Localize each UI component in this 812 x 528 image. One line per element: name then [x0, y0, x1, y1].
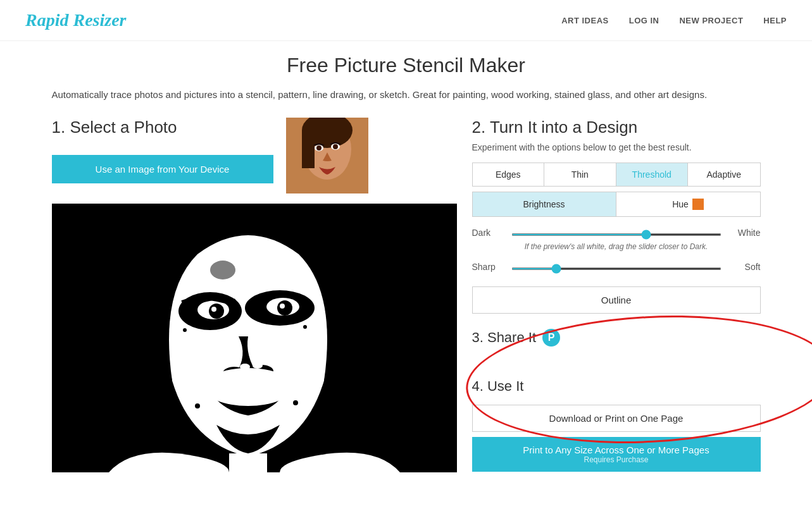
svg-point-7 — [333, 144, 338, 149]
page-description: Automatically trace photos and pictures … — [52, 87, 761, 102]
tab-threshold[interactable]: Threshold — [616, 163, 689, 186]
nav-help[interactable]: HELP — [763, 16, 787, 25]
content-grid: 1. Select a Photo Use an Image from Your… — [52, 118, 761, 472]
step2-title: 2. Turn It into a Design — [472, 118, 761, 137]
svg-point-13 — [211, 307, 216, 312]
step4-title: 4. Use It — [472, 378, 761, 395]
filter-tabs: Edges Thin Threshold Adaptive — [472, 163, 761, 187]
svg-point-24 — [210, 261, 235, 279]
main-content: Free Picture Stencil Maker Automatically… — [27, 41, 786, 485]
brightness-hint: If the preview's all white, drag the sli… — [472, 242, 761, 251]
svg-point-12 — [209, 304, 224, 319]
logo: Rapid Resizer — [25, 10, 126, 30]
svg-point-26 — [183, 328, 187, 332]
header: Rapid Resizer ART IDEAS LOG IN NEW PROJE… — [0, 0, 812, 41]
photo-thumbnail — [286, 118, 368, 193]
sharpness-slider-row: Sharp Soft — [472, 261, 761, 273]
nav-log-in[interactable]: LOG IN — [629, 16, 659, 25]
step3-title-text: 3. Share It — [472, 329, 537, 346]
sharpness-slider-container — [511, 261, 721, 273]
tab-thin[interactable]: Thin — [544, 163, 616, 186]
tab-hue[interactable]: Hue — [616, 192, 760, 216]
svg-point-31 — [253, 362, 263, 369]
pinterest-icon[interactable]: P — [542, 329, 560, 347]
svg-point-27 — [303, 325, 307, 329]
nav: ART IDEAS LOG IN NEW PROJECT HELP — [561, 16, 787, 25]
svg-point-22 — [175, 343, 213, 368]
svg-rect-20 — [229, 453, 267, 472]
download-button[interactable]: Download or Print on One Page — [472, 405, 761, 432]
svg-point-29 — [293, 400, 298, 405]
svg-point-30 — [240, 364, 250, 370]
svg-rect-3 — [302, 130, 315, 168]
tab-adaptive[interactable]: Adaptive — [688, 163, 760, 186]
step2-description: Experiment with the options below to get… — [472, 142, 761, 152]
sharp-label: Sharp — [472, 262, 504, 272]
svg-point-21 — [235, 254, 286, 279]
dark-label: Dark — [472, 228, 504, 238]
photo-section: 1. Select a Photo Use an Image from Your… — [52, 118, 457, 193]
brightness-slider-row: Dark White — [472, 227, 761, 238]
hue-label: Hue — [672, 199, 689, 209]
print-button-sub: Requires Purchase — [482, 455, 751, 464]
page-title: Free Picture Stencil Maker — [52, 54, 761, 77]
svg-point-25 — [204, 368, 292, 406]
upload-button[interactable]: Use an Image from Your Device — [52, 155, 273, 183]
tab-edges[interactable]: Edges — [473, 163, 545, 186]
step3-title: 3. Share It P — [472, 329, 761, 347]
outline-button[interactable]: Outline — [472, 286, 761, 314]
svg-point-28 — [195, 403, 200, 408]
right-column: 2. Turn It into a Design Experiment with… — [472, 118, 761, 472]
print-button-label: Print to Any Size Across One or More Pag… — [523, 445, 709, 455]
svg-point-17 — [280, 304, 285, 309]
steps-lower: 3. Share It P 4. Use It Download or Prin… — [472, 329, 761, 472]
nav-art-ideas[interactable]: ART IDEAS — [561, 16, 609, 25]
nav-new-project[interactable]: NEW PROJECT — [679, 16, 743, 25]
color-tabs: Brightness Hue — [472, 192, 761, 217]
step1-title: 1. Select a Photo — [52, 118, 273, 137]
left-column: 1. Select a Photo Use an Image from Your… — [52, 118, 457, 472]
white-label: White — [729, 228, 761, 238]
print-button[interactable]: Print to Any Size Across One or More Pag… — [472, 437, 761, 472]
svg-point-16 — [277, 300, 292, 316]
brightness-slider-container — [511, 227, 721, 238]
brightness-slider[interactable] — [511, 233, 721, 236]
hue-swatch — [692, 199, 704, 210]
tab-brightness[interactable]: Brightness — [473, 192, 616, 216]
svg-point-23 — [284, 341, 320, 364]
stencil-preview — [52, 204, 457, 472]
sharpness-slider[interactable] — [511, 267, 721, 270]
soft-label: Soft — [729, 262, 761, 272]
svg-point-5 — [316, 145, 322, 150]
